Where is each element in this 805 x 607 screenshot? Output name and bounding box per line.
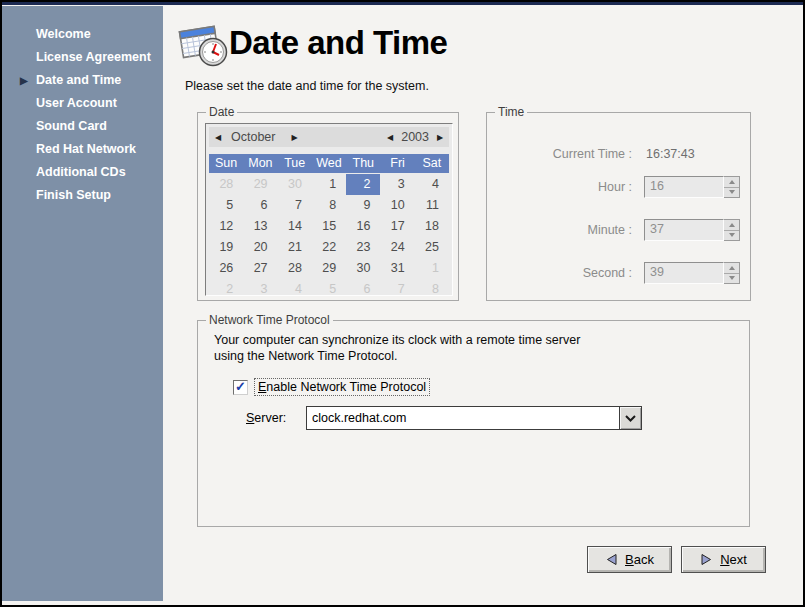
calendar-day-cell[interactable]: 15 (312, 216, 346, 237)
calendar-day-cell[interactable]: 25 (415, 237, 449, 258)
calendar-day-cell[interactable]: 19 (209, 237, 243, 258)
calendar-day-cell: 6 (346, 279, 380, 300)
hour-field[interactable]: 16 (644, 176, 724, 198)
ntp-checkbox-row: ✓ Enable Network Time Protocol (233, 378, 430, 396)
calendar-day-cell[interactable]: 5 (209, 195, 243, 216)
left-triangle-icon (605, 553, 618, 566)
minute-stepper[interactable]: 37 (644, 219, 740, 241)
sidebar-item-label: Finish Setup (36, 188, 111, 202)
calendar-grid: 2829301234567891011121314151617181920212… (209, 174, 449, 300)
ntp-description-line1: Your computer can synchronize its clock … (214, 332, 580, 348)
up-arrow-icon[interactable] (724, 263, 739, 274)
minute-label: Minute : (487, 223, 632, 237)
calendar-day-name: Fri (380, 154, 414, 173)
calendar-day-name: Sun (209, 154, 243, 173)
sidebar-item: Welcome (2, 23, 163, 46)
second-stepper[interactable]: 39 (644, 262, 740, 284)
calendar-day-cell[interactable]: 23 (346, 237, 380, 258)
second-spin-buttons (724, 262, 740, 284)
sidebar-item-label: Sound Card (36, 119, 107, 133)
calendar-day-cell[interactable]: 7 (278, 195, 312, 216)
main-content: Date and Time Please set the date and ti… (163, 2, 803, 605)
prev-month-arrow-icon[interactable]: ◀ (209, 133, 227, 142)
down-arrow-icon[interactable] (724, 188, 739, 198)
sidebar-item: Red Hat Network (2, 138, 163, 161)
calendar-year-label: 2003 (401, 130, 429, 144)
next-button[interactable]: Next (681, 546, 766, 573)
calendar-day-cell[interactable]: 16 (346, 216, 380, 237)
setup-wizard-window: WelcomeLicense Agreement▶Date and TimeUs… (0, 0, 805, 607)
calendar-day-cell[interactable]: 30 (346, 258, 380, 279)
back-button[interactable]: Back (587, 546, 672, 573)
sidebar-item: ▶Date and Time (2, 69, 163, 92)
sidebar-item: Additional CDs (2, 161, 163, 184)
sidebar-item-label: License Agreement (36, 50, 151, 64)
calendar-day-cell: 3 (243, 279, 277, 300)
ntp-enable-checkbox-label[interactable]: Enable Network Time Protocol (254, 378, 430, 396)
calendar-day-cell[interactable]: 27 (243, 258, 277, 279)
hour-label: Hour : (487, 180, 632, 194)
down-arrow-icon[interactable] (724, 231, 739, 241)
down-arrow-icon[interactable] (724, 274, 739, 284)
sidebar-item: Sound Card (2, 115, 163, 138)
minute-row: Minute : 37 (487, 219, 740, 241)
calendar-day-cell[interactable]: 14 (278, 216, 312, 237)
calendar-day-cell[interactable]: 10 (380, 195, 414, 216)
calendar-day-cell[interactable]: 29 (312, 258, 346, 279)
second-row: Second : 39 (487, 262, 740, 284)
hour-spin-buttons (724, 176, 740, 198)
calendar-day-cell[interactable]: 8 (312, 195, 346, 216)
ntp-description: Your computer can synchronize its clock … (214, 332, 580, 364)
calendar-day-cell[interactable]: 28 (278, 258, 312, 279)
prev-year-arrow-icon[interactable]: ◀ (381, 133, 399, 142)
calendar-day-name: Mon (243, 154, 277, 173)
calendar-day-cell: 2 (209, 279, 243, 300)
page-subtitle: Please set the date and time for the sys… (185, 79, 429, 93)
minute-field[interactable]: 37 (644, 219, 724, 241)
next-month-arrow-icon[interactable]: ▶ (285, 133, 303, 142)
calendar-day-cell[interactable]: 9 (346, 195, 380, 216)
calendar-day-cell[interactable]: 18 (415, 216, 449, 237)
calendar-day-cell[interactable]: 13 (243, 216, 277, 237)
up-arrow-icon[interactable] (724, 177, 739, 188)
calendar-day-header: SunMonTueWedThuFriSat (209, 154, 449, 173)
sidebar-item-label: Date and Time (36, 73, 121, 87)
chevron-down-icon[interactable] (619, 406, 642, 430)
calendar-day-cell[interactable]: 11 (415, 195, 449, 216)
server-combobox-input[interactable]: clock.redhat.com (306, 406, 619, 430)
time-frame-label: Time (495, 105, 527, 119)
calendar-day-cell[interactable]: 26 (209, 258, 243, 279)
sidebar-item-label: Welcome (36, 27, 91, 41)
second-field[interactable]: 39 (644, 262, 724, 284)
calendar-day-cell[interactable]: 20 (243, 237, 277, 258)
ntp-description-line2: using the Network Time Protocol. (214, 348, 580, 364)
minute-spin-buttons (724, 219, 740, 241)
active-step-arrow-icon: ▶ (20, 69, 28, 92)
calendar-day-cell[interactable]: 6 (243, 195, 277, 216)
second-label: Second : (487, 266, 632, 280)
server-row: Server: clock.redhat.com (246, 406, 642, 430)
calendar-day-cell[interactable]: 4 (415, 174, 449, 195)
calendar-day-name: Sat (415, 154, 449, 173)
calendar-nav: ◀ October ▶ ◀ 2003 ▶ (209, 127, 449, 147)
calendar-clock-icon (176, 20, 230, 68)
calendar-day-cell[interactable]: 24 (380, 237, 414, 258)
calendar-day-cell[interactable]: 3 (380, 174, 414, 195)
sidebar-item-label: Additional CDs (36, 165, 126, 179)
current-time-value: 16:37:43 (646, 147, 695, 161)
calendar-day-cell: 5 (312, 279, 346, 300)
calendar-day-cell[interactable]: 31 (380, 258, 414, 279)
calendar-day-cell[interactable]: 1 (312, 174, 346, 195)
next-button-label: Next (720, 552, 747, 567)
calendar-day-cell-selected[interactable]: 2 (346, 174, 380, 195)
current-time-row: Current Time : 16:37:43 (487, 143, 740, 165)
calendar-day-cell[interactable]: 21 (278, 237, 312, 258)
hour-stepper[interactable]: 16 (644, 176, 740, 198)
next-year-arrow-icon[interactable]: ▶ (431, 133, 449, 142)
calendar-day-cell[interactable]: 12 (209, 216, 243, 237)
calendar-day-cell[interactable]: 22 (312, 237, 346, 258)
sidebar-item: License Agreement (2, 46, 163, 69)
ntp-enable-checkbox[interactable]: ✓ (233, 380, 248, 395)
up-arrow-icon[interactable] (724, 220, 739, 231)
calendar-day-cell[interactable]: 17 (380, 216, 414, 237)
